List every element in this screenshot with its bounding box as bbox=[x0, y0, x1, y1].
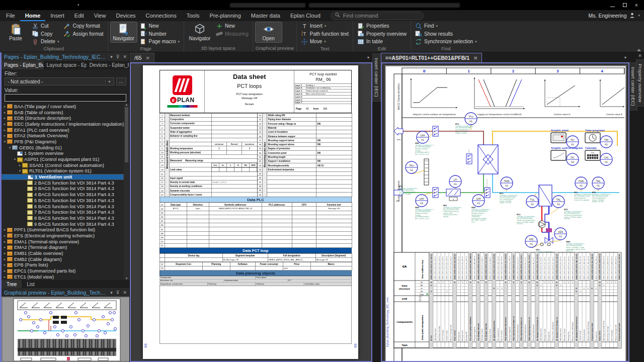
collapsed-icon[interactable]: ▸ bbox=[3, 128, 7, 132]
bacs-circle[interactable]: PIC01 bbox=[567, 136, 579, 148]
tree-item[interactable]: ▸EFS (Electrical engineering schematic) bbox=[2, 233, 124, 239]
ribbon-tab-tools[interactable]: Tools bbox=[182, 10, 205, 21]
ribbon-tab-devices[interactable]: Devices bbox=[111, 10, 140, 21]
tree-item[interactable]: 1 Ventilation unit bbox=[2, 174, 124, 180]
tree-item[interactable]: 8 BACS function list VDI 3814 Part 4.3 bbox=[2, 215, 124, 221]
bacs-circle[interactable]: LKA03 bbox=[472, 195, 485, 207]
new-doc-icon[interactable] bbox=[3, 2, 11, 9]
tree-item[interactable]: ▸EFA2 (Network Overview) bbox=[2, 133, 124, 139]
in-table-button[interactable]: In table bbox=[356, 38, 408, 46]
expanded-icon[interactable]: ▾ bbox=[8, 146, 12, 150]
tab-devices[interactable]: Devices - Eplan_Build... bbox=[87, 61, 129, 69]
ribbon-tab-eplan-cloud[interactable]: Eplan Cloud bbox=[285, 10, 326, 21]
chevron-down-icon[interactable]: ▾ bbox=[110, 54, 113, 59]
number-button[interactable]: 123Number bbox=[138, 30, 181, 38]
datasheet-viewport[interactable]: ePLANData sheetPCT loopsPCT loop designa… bbox=[130, 62, 372, 362]
tree-item[interactable]: ▸EEC (Safety instructions / Implementati… bbox=[2, 121, 124, 127]
bacs-circle[interactable]: LKA01 bbox=[417, 131, 429, 143]
collapsed-icon[interactable]: ▸ bbox=[3, 275, 7, 279]
bacs-circle[interactable]: PIC02 bbox=[567, 153, 579, 165]
expanded-icon[interactable]: ▾ bbox=[18, 169, 22, 173]
tab-layout-space[interactable]: Layout space - Eplan_... bbox=[44, 61, 87, 69]
tree-item[interactable]: 7 BACS function list VDI 3814 Part 4.3 bbox=[2, 209, 124, 215]
move-button[interactable]: Move▾ bbox=[299, 38, 350, 46]
open-doc-icon[interactable] bbox=[14, 2, 21, 9]
new-button[interactable]: New bbox=[214, 22, 250, 30]
bacs-circle[interactable]: TIM01 bbox=[600, 136, 612, 148]
filter-select[interactable]: - Not activated - ▼ bbox=[5, 77, 114, 85]
tree-item[interactable]: ▸EFA1 (PLC card overview) bbox=[2, 127, 124, 133]
tree-item[interactable]: ▾RLT01 (Ventilation system 01) bbox=[2, 168, 124, 174]
tree-item[interactable]: ▸EMA2 (Terminal diagram) bbox=[2, 245, 124, 251]
tree-scrollbar[interactable]: ▲ ▼ bbox=[124, 103, 129, 280]
tab-list[interactable]: List bbox=[22, 280, 40, 288]
ribbon-tab-connections[interactable]: Connections bbox=[141, 10, 182, 21]
tree-item[interactable]: ▸BAB (Table of contents) bbox=[2, 110, 124, 116]
bacs-circle[interactable]: TNW01 bbox=[501, 177, 513, 189]
bacs-circle[interactable]: TVL01 bbox=[526, 196, 538, 208]
tab-tree[interactable]: Tree bbox=[2, 280, 22, 288]
qat-more-icon[interactable]: ▾ bbox=[77, 3, 79, 7]
bacs-circle[interactable]: TAU01 bbox=[406, 161, 418, 173]
ribbon-tab-insert[interactable]: Insert bbox=[45, 10, 69, 21]
ribbon-tab-edit[interactable]: Edit bbox=[69, 10, 89, 21]
close-icon[interactable]: ✕ bbox=[123, 290, 127, 295]
cut-button[interactable]: Cut bbox=[30, 22, 60, 30]
bacs-circle[interactable]: VEN01 bbox=[554, 228, 567, 240]
measuring-button[interactable]: Measuring bbox=[214, 30, 250, 38]
collapsed-icon[interactable]: ▸ bbox=[3, 105, 7, 109]
insert-button[interactable]: TInsert▾ bbox=[299, 22, 350, 30]
value-input[interactable] bbox=[5, 94, 126, 102]
close-icon[interactable]: ✕ bbox=[123, 54, 127, 59]
graphical-preview[interactable] bbox=[2, 297, 129, 362]
redo-icon[interactable] bbox=[56, 2, 63, 9]
tree-item[interactable]: 4 BACS function list VDI 3814 Part 4.3 bbox=[2, 192, 124, 198]
collapsed-icon[interactable]: ▸ bbox=[3, 251, 7, 255]
ribbon-tab-master-data[interactable]: Master data bbox=[246, 10, 285, 21]
form-edit-icon[interactable] bbox=[66, 2, 74, 9]
ribbon-tab-view[interactable]: View bbox=[89, 10, 111, 21]
tree-item[interactable]: ▸SSA01 (Control cabinet automation) bbox=[2, 162, 124, 168]
preview-panel-header[interactable]: Graphical preview - Eplan_Building_Techn… bbox=[2, 288, 129, 297]
open-button[interactable]: Open bbox=[256, 22, 282, 42]
tree-item[interactable]: ▾ASP01 (Control equipment plant 01) bbox=[2, 156, 124, 162]
property-overview-tab[interactable]: Property overview bbox=[636, 59, 644, 107]
tree-item[interactable]: ▸EMB1 (Cable overview) bbox=[2, 250, 124, 256]
tree-item[interactable]: ▸EDB (Structure description) bbox=[2, 115, 124, 121]
find-button[interactable]: Find▾ bbox=[414, 22, 478, 30]
scroll-up-icon[interactable]: ▲ bbox=[125, 103, 128, 106]
tree-item[interactable]: ▸BAA (Title page / cover sheet) bbox=[2, 104, 124, 110]
bacs-circle[interactable]: TRL01 bbox=[552, 196, 565, 208]
ribbon-tab-home[interactable]: Home bbox=[20, 10, 46, 21]
collapsed-icon[interactable]: ▸ bbox=[18, 163, 22, 167]
tree-item[interactable]: 3 BACS function list VDI 3814 Part 4.3 bbox=[2, 186, 124, 192]
collapsed-icon[interactable]: ▸ bbox=[3, 122, 7, 126]
collapse-ribbon-icon[interactable] bbox=[637, 49, 641, 51]
tree-item[interactable]: 9 BACS function list VDI 3814 Part 4.3 bbox=[2, 221, 124, 227]
delete-button[interactable]: Delete▾ bbox=[30, 38, 60, 46]
tree-item[interactable]: 2 BACS function list VDI 3814 Part 4.3 bbox=[2, 180, 124, 186]
window-menu-icon[interactable]: ▼ bbox=[621, 56, 629, 59]
ribbon-tab-file[interactable]: File bbox=[1, 10, 20, 21]
expanded-icon[interactable]: ▾ bbox=[13, 157, 17, 161]
pages-panel-header[interactable]: Pages - Eplan_Building_Technology_IEC_mm… bbox=[2, 52, 129, 61]
collapsed-icon[interactable]: ▸ bbox=[3, 269, 7, 273]
collapsed-icon[interactable]: ▸ bbox=[3, 111, 7, 115]
pin-icon[interactable]: ⊽ bbox=[116, 54, 120, 59]
bacs-circle[interactable]: PPE01 bbox=[525, 235, 537, 247]
redo-icon[interactable] bbox=[45, 2, 53, 9]
bacs-circle[interactable]: FSW01 bbox=[575, 177, 587, 189]
navigator-button[interactable]: Navigator bbox=[187, 22, 213, 42]
path-function-text-button[interactable]: TPath function text bbox=[299, 30, 350, 38]
close-button[interactable]: × bbox=[635, 2, 638, 8]
collapsed-icon[interactable]: ▸ bbox=[3, 134, 7, 138]
property-overview-button[interactable]: Property overview bbox=[356, 30, 408, 38]
tree-item[interactable]: ▸ETC1 (Model view) bbox=[2, 274, 124, 280]
bacs-circle[interactable]: LFI01 bbox=[449, 175, 461, 188]
datasheet-doc-tab[interactable]: /65 ✕ bbox=[130, 53, 154, 62]
insert-center-tab[interactable]: Insert center (IEC) bbox=[372, 53, 381, 102]
collapsed-icon[interactable]: ▸ bbox=[3, 245, 7, 249]
tree-item[interactable]: ▸PPF1 (Summarized BACS function list) bbox=[2, 227, 124, 233]
copy-button[interactable]: Copy bbox=[30, 30, 60, 38]
navigator-button[interactable]: Navigator bbox=[111, 22, 137, 42]
